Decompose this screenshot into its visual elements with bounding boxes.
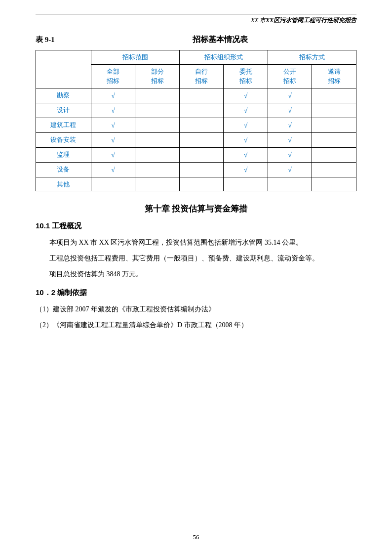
page: XX 市XX区污水管网工程可行性研究报告 表 9-1 招标基本情况表 招标范围 … (0, 0, 392, 555)
cell-supervision-invite (312, 147, 356, 162)
para-3: 项目总投资估算为 3848 万元。 (36, 267, 356, 281)
bidding-table: 招标范围 招标组织形式 招标方式 全部招标 部分招标 自行招标 委托招标 公开招… (36, 50, 356, 191)
section102-item1: （1）建设部 2007 年颁发的《市政工程投资估算编制办法》 (36, 302, 356, 316)
cell-survey-open: √ (268, 88, 312, 103)
cell-design-partial (135, 103, 180, 118)
cell-design-open: √ (268, 103, 312, 118)
empty-header-cell (36, 50, 91, 88)
cell-construction-self (179, 118, 224, 132)
table-header-row1: 招标范围 招标组织形式 招标方式 (36, 50, 356, 65)
cell-construction-invite (312, 118, 356, 132)
table-row: 监理 √ √ √ (36, 147, 356, 162)
table-row: 设备安装 √ √ √ (36, 132, 356, 147)
subcol-delegate: 委托招标 (224, 64, 268, 88)
cell-eqinstall-open: √ (268, 132, 312, 147)
para-2: 工程总投资包括工程费用、其它费用（一般项目）、预备费、建设期利息、流动资金等。 (36, 252, 356, 265)
cell-survey-invite (312, 88, 356, 103)
row-label-other: 其他 (36, 177, 91, 191)
subcol-open: 公开招标 (268, 64, 312, 88)
main-content: 表 9-1 招标基本情况表 招标范围 招标组织形式 招标方式 全部招标 部分招标… (36, 35, 356, 332)
row-label-equipment: 设备 (36, 162, 91, 177)
cell-construction-open: √ (268, 118, 312, 132)
cell-other-delegate (224, 177, 268, 191)
table-row: 建筑工程 √ √ √ (36, 118, 356, 132)
cell-survey-self (179, 88, 224, 103)
cell-supervision-self (179, 147, 224, 162)
col-group-bidding-scope: 招标范围 (91, 50, 179, 65)
cell-equipment-partial (135, 162, 180, 177)
section101-heading: 10.1 工程概况 (36, 221, 356, 231)
header-text-bold: XX区污水管网工程可行性研究报告 (266, 17, 356, 24)
cell-survey-all: √ (91, 88, 135, 103)
cell-design-delegate: √ (224, 103, 268, 118)
table-title-row: 表 9-1 招标基本情况表 (36, 35, 356, 45)
cell-other-open (268, 177, 312, 191)
cell-eqinstall-invite (312, 132, 356, 147)
row-label-equipment-install: 设备安装 (36, 132, 91, 147)
page-footer: 56 (0, 533, 392, 541)
chapter10-heading: 第十章 投资估算与资金筹措 (36, 203, 356, 214)
table-number: 表 9-1 (36, 35, 55, 44)
table-row: 设计 √ √ √ (36, 103, 356, 118)
cell-equipment-open: √ (268, 162, 312, 177)
para-1: 本项目为 XX 市 XX 区污水管网工程，投资估算范围包括新增污水管网 35.1… (36, 236, 356, 250)
cell-other-invite (312, 177, 356, 191)
row-label-survey: 勘察 (36, 88, 91, 103)
cell-eqinstall-self (179, 132, 224, 147)
page-header: XX 市XX区污水管网工程可行性研究报告 (36, 14, 356, 25)
table-row: 勘察 √ √ √ (36, 88, 356, 103)
cell-supervision-open: √ (268, 147, 312, 162)
table-name: 招标基本情况表 (84, 35, 356, 45)
row-label-design: 设计 (36, 103, 91, 118)
subcol-invite: 邀请招标 (312, 64, 356, 88)
cell-equipment-all: √ (91, 162, 135, 177)
cell-supervision-partial (135, 147, 180, 162)
cell-construction-all: √ (91, 118, 135, 132)
row-label-supervision: 监理 (36, 147, 91, 162)
header-text-normal: XX 市 (251, 17, 266, 24)
section102-item2: （2）《河南省建设工程工程量清单综合单价》D 市政工程（2008 年） (36, 318, 356, 332)
row-label-construction: 建筑工程 (36, 118, 91, 132)
subcol-all: 全部招标 (91, 64, 135, 88)
cell-other-all (91, 177, 135, 191)
cell-eqinstall-delegate: √ (224, 132, 268, 147)
page-number: 56 (193, 533, 199, 541)
cell-other-partial (135, 177, 180, 191)
subcol-self: 自行招标 (179, 64, 224, 88)
cell-equipment-delegate: √ (224, 162, 268, 177)
cell-other-self (179, 177, 224, 191)
cell-construction-delegate: √ (224, 118, 268, 132)
cell-design-invite (312, 103, 356, 118)
col-group-bidding-org: 招标组织形式 (179, 50, 268, 65)
cell-supervision-all: √ (91, 147, 135, 162)
cell-supervision-delegate: √ (224, 147, 268, 162)
cell-survey-partial (135, 88, 180, 103)
cell-eqinstall-partial (135, 132, 180, 147)
cell-equipment-self (179, 162, 224, 177)
col-group-bidding-method: 招标方式 (268, 50, 356, 65)
cell-design-all: √ (91, 103, 135, 118)
cell-design-self (179, 103, 224, 118)
cell-survey-delegate: √ (224, 88, 268, 103)
cell-eqinstall-all: √ (91, 132, 135, 147)
cell-equipment-invite (312, 162, 356, 177)
section102-heading: 10．2 编制依据 (36, 288, 356, 298)
table-row: 设备 √ √ √ (36, 162, 356, 177)
subcol-partial: 部分招标 (135, 64, 180, 88)
table-row: 其他 (36, 177, 356, 191)
cell-construction-partial (135, 118, 180, 132)
